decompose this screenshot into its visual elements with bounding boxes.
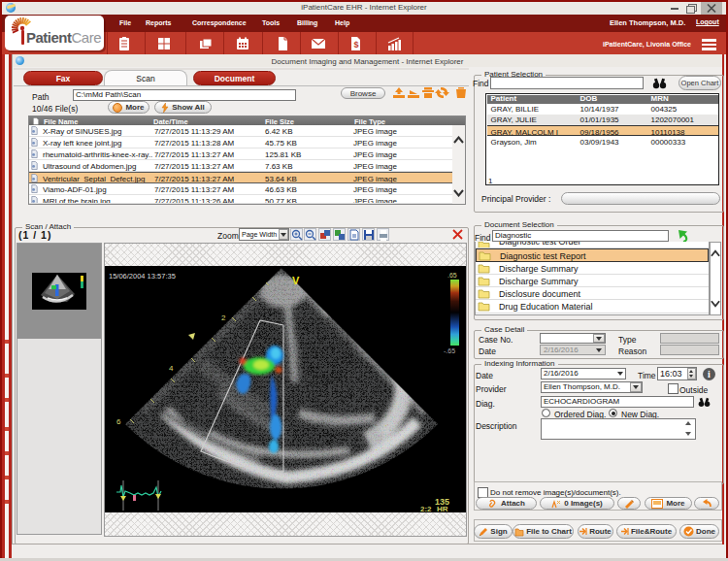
svg-text:HR: HR <box>437 505 448 512</box>
svg-text:4: 4 <box>169 364 174 373</box>
svg-text:.65: .65 <box>447 272 457 279</box>
svg-text:15/06/2004 13:57:35: 15/06/2004 13:57:35 <box>109 272 176 280</box>
svg-text:2:2: 2:2 <box>420 505 432 512</box>
svg-text:-.65: -.65 <box>444 347 455 354</box>
svg-text:$: $ <box>353 40 358 50</box>
svg-text:V: V <box>292 275 300 286</box>
svg-text:6: 6 <box>116 417 121 426</box>
svg-text:2: 2 <box>221 314 226 322</box>
